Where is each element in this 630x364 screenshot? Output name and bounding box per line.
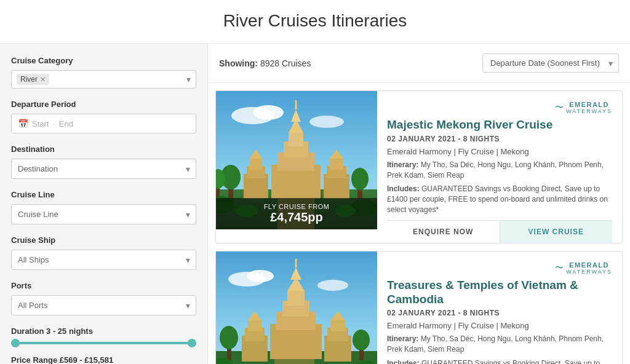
- itinerary-text-2: My Tho, Sa Déc, Hong Ngu, Long Khánh, Ph…: [387, 334, 604, 354]
- main-content: Showing: 8928 Cruises Departure Date (So…: [208, 44, 630, 364]
- svg-rect-46: [248, 320, 261, 331]
- view-cruise-button[interactable]: VIEW CRUISE: [500, 221, 613, 243]
- cruise-image-wrap: FLY CRUISE FROM £4,745pp: [216, 91, 377, 229]
- destination-wrapper: Destination: [11, 159, 196, 179]
- destination-select[interactable]: Destination: [11, 159, 196, 179]
- cruise-date-2: 02 JANUARY 2021 - 8 NIGHTS: [387, 309, 612, 317]
- price-range-section: Price Range £569 - £15,581: [11, 355, 196, 364]
- ports-label: Ports: [11, 281, 196, 290]
- cruise-river: Mekong: [501, 147, 529, 156]
- card-actions: ENQUIRE NOW VIEW CRUISE: [387, 220, 612, 243]
- cruise-ship-select[interactable]: All Ships: [11, 250, 196, 270]
- svg-point-33: [247, 270, 274, 282]
- cruise-category-section: Cruise Category River ✕ ▾: [11, 56, 196, 89]
- cruise-line-section: Cruise Line Cruise Line: [11, 190, 196, 224]
- price-overlay: FLY CRUISE FROM £4,745pp: [216, 198, 377, 229]
- departure-period-label: Departure Period: [11, 100, 196, 109]
- cruise-image-2: [216, 251, 377, 364]
- svg-rect-15: [250, 159, 262, 170]
- duration-slider-track[interactable]: [11, 342, 196, 344]
- svg-point-3: [309, 116, 344, 128]
- departure-end: End: [59, 119, 73, 129]
- svg-point-53: [220, 326, 238, 349]
- duration-slider-thumb-left[interactable]: [11, 339, 20, 347]
- sort-select[interactable]: Departure Date (Soonest First)Price (Low…: [482, 53, 619, 73]
- cruise-ship-section: Cruise Ship All Ships: [11, 235, 196, 270]
- cruise-image-wrap-2: FLY CRUISE FROM: [216, 251, 377, 364]
- ports-wrapper: All Ports: [11, 295, 196, 315]
- cruise-ship: Emerald Harmony: [387, 147, 452, 156]
- cruise-price: £4,745pp: [220, 210, 373, 224]
- includes-label-2: Includes:: [387, 359, 420, 364]
- brand-wave-icon: 〜: [555, 102, 564, 113]
- svg-rect-9: [289, 133, 303, 146]
- cruise-title: Majestic Mekong River Cruise: [387, 118, 612, 132]
- cruise-details: 〜 EMERALD WATERWAYS Majestic Mekong Rive…: [377, 91, 622, 243]
- cruise-subtitle-2: Emerald Harmony | Fly Cruise | Mekong: [387, 321, 612, 330]
- cruise-line-select[interactable]: Cruise Line: [11, 204, 196, 224]
- cruise-subtitle: Emerald Harmony | Fly Cruise | Mekong: [387, 147, 612, 156]
- svg-rect-40: [287, 291, 305, 306]
- includes-label: Includes:: [387, 184, 420, 193]
- svg-point-55: [353, 330, 370, 350]
- departure-start: Start: [32, 119, 49, 129]
- svg-rect-50: [330, 320, 345, 331]
- cruise-ship-wrapper: All Ships: [11, 250, 196, 270]
- cruise-category-tag: River ✕: [17, 74, 49, 85]
- cruise-itinerary-2: Itinerary: My Tho, Sa Déc, Hong Ngu, Lon…: [387, 334, 612, 355]
- cruise-type: Fly Cruise: [458, 147, 494, 156]
- cruise-details-2: 〜 EMERALD WATERWAYS Treasures & Temples …: [377, 251, 622, 364]
- cruise-title-2: Treasures & Temples of Vietnam & Cambodi…: [387, 279, 612, 307]
- includes-text-2: GUARANTEED Savings vs Booking Direct, Sa…: [387, 359, 608, 364]
- cruise-category-label: Cruise Category: [11, 56, 196, 65]
- cruise-count: 8928 Cruises: [260, 58, 311, 68]
- cruise-type-2: Fly Cruise: [458, 321, 494, 330]
- enquire-button[interactable]: ENQUIRE NOW: [387, 221, 500, 243]
- date-separator: -: [52, 119, 55, 129]
- cruise-includes-2: Includes: GUARANTEED Savings vs Booking …: [387, 358, 612, 364]
- itinerary-text: My Tho, Sa Déc, Hong Ngu, Long Khánh, Ph…: [387, 160, 604, 180]
- results-count: Showing: 8928 Cruises: [219, 58, 311, 68]
- brand-logo-2: 〜 EMERALD WATERWAYS: [387, 261, 612, 275]
- remove-cruise-category-icon[interactable]: ✕: [40, 76, 46, 84]
- svg-point-2: [253, 105, 284, 120]
- showing-label: Showing:: [219, 58, 258, 68]
- brand-sub: WATERWAYS: [566, 108, 612, 114]
- duration-section: Duration 3 - 25 nights: [11, 326, 196, 344]
- cruise-line-wrapper: Cruise Line: [11, 204, 196, 224]
- cruise-ship-2: Emerald Harmony: [387, 321, 452, 330]
- destination-label: Destination: [11, 144, 196, 154]
- sort-wrapper: Departure Date (Soonest First)Price (Low…: [482, 53, 619, 73]
- price-from-label: FLY CRUISE FROM: [220, 203, 373, 210]
- cruise-date: 02 JANUARY 2021 - 8 NIGHTS: [387, 135, 612, 143]
- cruise-includes: Includes: GUARANTEED Savings vs Booking …: [387, 184, 612, 215]
- brand-name-2: EMERALD: [566, 261, 612, 269]
- cruise-ship-label: Cruise Ship: [11, 235, 196, 245]
- svg-rect-19: [330, 159, 343, 170]
- duration-slider-thumb-right[interactable]: [188, 339, 196, 347]
- brand-wave-icon-2: 〜: [555, 263, 564, 274]
- brand-sub-2: WATERWAYS: [566, 269, 612, 275]
- brand-logo: 〜 EMERALD WATERWAYS: [387, 101, 612, 114]
- ports-section: Ports All Ports: [11, 281, 196, 315]
- cruise-line-label: Cruise Line: [11, 190, 196, 199]
- includes-text: GUARANTEED Savings vs Booking Direct, Sa…: [387, 184, 608, 214]
- price-range-label: Price Range £569 - £15,581: [11, 355, 196, 364]
- cruise-river-2: Mekong: [501, 321, 529, 330]
- departure-period-section: Departure Period 📅 Start - End: [11, 100, 196, 133]
- svg-point-24: [351, 168, 369, 190]
- cruise-category-input[interactable]: River ✕ ▾: [11, 70, 196, 89]
- duration-label: Duration 3 - 25 nights: [11, 326, 196, 336]
- ports-select[interactable]: All Ports: [11, 295, 196, 315]
- duration-slider-fill: [11, 342, 196, 344]
- itinerary-label-2: Itinerary:: [387, 334, 418, 343]
- page-title: River Cruises Itineraries: [0, 0, 630, 44]
- svg-point-34: [317, 280, 348, 291]
- itinerary-label: Itinerary:: [387, 160, 418, 169]
- departure-period-input[interactable]: 📅 Start - End: [11, 114, 196, 133]
- results-bar: Showing: 8928 Cruises Departure Date (So…: [208, 44, 630, 83]
- sidebar: Cruise Category River ✕ ▾ Departure Peri…: [0, 44, 208, 364]
- brand-name: EMERALD: [566, 101, 612, 108]
- cruise-card: FLY CRUISE FROM £4,745pp 〜 EMERALD WATER…: [215, 90, 623, 243]
- cruise-itinerary: Itinerary: My Tho, Sa Déc, Hong Ngu, Lon…: [387, 160, 612, 181]
